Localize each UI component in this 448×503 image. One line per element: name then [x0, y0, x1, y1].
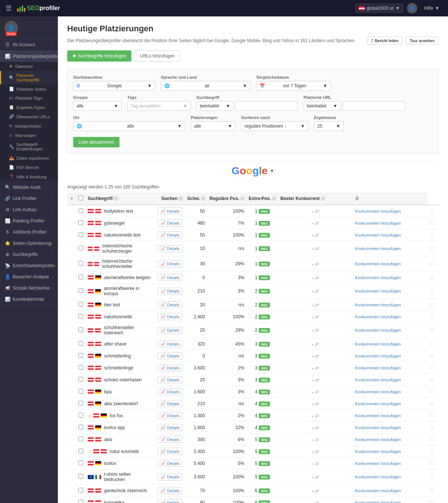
delete-icon[interactable]: ☐ — [430, 232, 434, 238]
row-checkbox[interactable] — [78, 246, 83, 250]
suchbegriff-input[interactable] — [235, 101, 298, 111]
delete-icon[interactable]: ☐ — [430, 474, 434, 479]
sidebar-item-ergebnis-typen[interactable]: 📋 Ergebnis-Typen — [0, 103, 58, 112]
sidebar-item-soziale-netzwerke[interactable]: 📢 Soziale Netzwerke › — [0, 282, 58, 294]
sprache-select[interactable]: 🌐 all ▼ — [161, 81, 251, 91]
sidebar-item-ubersicht[interactable]: 👁 Übersicht — [0, 62, 58, 71]
row-checkbox[interactable] — [78, 365, 83, 370]
sidebar-item-daten-exportieren[interactable]: 📤 Daten exportieren — [0, 153, 58, 163]
row-checkbox[interactable] — [78, 353, 83, 358]
row-checkbox[interactable] — [78, 474, 83, 479]
add-competitor-link[interactable]: Konkurrenten hinzufügen — [355, 328, 401, 332]
details-button[interactable]: 📈 Details — [158, 313, 183, 320]
add-competitor-link[interactable]: Konkurrenten hinzufügen — [355, 413, 401, 418]
row-checkbox[interactable] — [78, 377, 83, 382]
sidebar-item-gelegenheiten[interactable]: ✈ Gelegenheiten — [0, 121, 58, 131]
delete-icon[interactable]: ☐ — [430, 401, 434, 406]
add-competitor-link[interactable]: Konkurrenten hinzufügen — [355, 289, 401, 293]
sidebar-item-ranking-profiler[interactable]: 📈 Ranking Profiler › — [0, 215, 58, 226]
vergleichsdatum-select[interactable]: 📅 vor 7 Tagen ▼ — [256, 81, 331, 91]
delete-icon[interactable]: ☐ — [430, 302, 434, 307]
details-button[interactable]: 📈 Details — [158, 340, 183, 347]
delete-icon[interactable]: ☐ — [430, 246, 434, 251]
row-checkbox[interactable] — [78, 302, 83, 307]
user-avatar[interactable]: 👤 — [407, 3, 417, 13]
add-competitor-link[interactable]: Konkurrenten hinzufügen — [355, 221, 401, 225]
delete-icon[interactable]: ☐ — [430, 413, 434, 418]
sidebar-item-besucher-analyse[interactable]: 👤 Besucher-Analyse › — [0, 271, 58, 282]
add-competitor-link[interactable]: Konkurrenten hinzufügen — [355, 449, 401, 454]
add-competitor-link[interactable]: Konkurrenten hinzufügen — [355, 402, 401, 406]
details-button[interactable]: 📈 Details — [158, 388, 183, 395]
details-button[interactable]: 📈 Details — [158, 448, 183, 455]
sidebar-item-platzierte-suchbegriffe[interactable]: 🔍 Platzierte Suchbegriffe — [0, 71, 58, 84]
platzierungen-select[interactable]: alle ▼ — [191, 121, 236, 131]
sidebar-item-platzierungsuberprüfer[interactable]: 📊 Platzierungsüberprüfer ∨ — [0, 51, 58, 62]
help-button[interactable]: Hilfe ▼ — [421, 4, 442, 12]
delete-icon[interactable]: ☐ — [430, 389, 434, 394]
select-all-checkbox[interactable] — [78, 196, 83, 200]
sidebar-item-uberwachte-urls[interactable]: 🔗 Überwachte URLs — [0, 112, 58, 121]
details-button[interactable]: 📈 Details — [158, 327, 183, 334]
add-competitor-link[interactable]: Konkurrenten hinzufügen — [355, 461, 401, 466]
delete-icon[interactable]: ☐ — [430, 365, 434, 371]
update-list-button[interactable]: Liste aktualisieren — [73, 137, 119, 147]
sidebar-item-suchbegriff-empfehlungen[interactable]: 🔧 Suchbegriff-Empfehlungen — [0, 140, 58, 153]
google-dropdown[interactable]: ▼ — [270, 168, 274, 174]
details-button[interactable]: 📈 Details — [158, 352, 183, 359]
row-checkbox[interactable] — [78, 500, 83, 503]
hamburger-menu[interactable]: ☰ — [6, 4, 12, 12]
platzierte-url-input[interactable] — [342, 101, 405, 111]
sidebar-item-platzierte-seiten[interactable]: 📄 Platzierte Seiten — [0, 84, 58, 94]
row-checkbox[interactable] — [78, 401, 83, 406]
delete-icon[interactable]: ☐ — [430, 209, 434, 214]
details-button[interactable]: 📈 Details — [158, 474, 183, 481]
sidebar-item-adwords-profiler[interactable]: $ AdWords Profiler › — [0, 226, 58, 238]
sidebar-item-ihr-account[interactable]: ☰ Ihr Account › — [0, 39, 58, 50]
delete-icon[interactable]: ☐ — [430, 288, 434, 294]
details-button[interactable]: 📈 Details — [158, 436, 183, 443]
row-checkbox[interactable] — [78, 341, 83, 346]
details-button[interactable]: 📈 Details — [158, 219, 183, 226]
details-button[interactable]: 📈 Details — [158, 260, 183, 268]
th-delete[interactable]: 🗑 — [353, 193, 427, 205]
platzierte-url-filter-select[interactable]: beinhaltet ▼ — [304, 101, 341, 111]
row-checkbox[interactable] — [78, 220, 83, 225]
th-sort[interactable]: ▼ — [67, 193, 76, 205]
add-competitor-link[interactable]: Konkurrenten hinzufügen — [355, 209, 401, 213]
delete-icon[interactable]: ☐ — [430, 461, 434, 466]
add-competitor-link[interactable]: Konkurrenten hinzufügen — [355, 246, 401, 251]
row-checkbox[interactable] — [78, 288, 83, 293]
details-button[interactable]: 📈 Details — [158, 376, 183, 383]
row-checkbox[interactable] — [78, 413, 83, 418]
sidebar-item-kundenberichte[interactable]: 📊 Kundenberichte › — [0, 294, 58, 305]
add-competitor-link[interactable]: Konkurrenten hinzufügen — [355, 366, 401, 370]
add-urls-button[interactable]: URLs hinzufügen — [134, 50, 180, 62]
details-button[interactable]: 📈 Details — [158, 424, 183, 431]
add-competitor-link[interactable]: Konkurrenten hinzufügen — [355, 303, 401, 307]
sortieren-select[interactable]: reguläre Positionen ↓ ▼ — [241, 121, 308, 131]
delete-icon[interactable]: ☐ — [430, 377, 434, 382]
ergebnisse-select[interactable]: 25 ▼ — [314, 121, 344, 131]
row-checkbox[interactable] — [78, 314, 83, 319]
delete-icon[interactable]: ☐ — [430, 425, 434, 430]
delete-icon[interactable]: ☐ — [430, 353, 434, 359]
site-selector[interactable]: global2000.at ▼ — [355, 4, 403, 13]
row-checkbox[interactable] — [78, 275, 83, 279]
delete-icon[interactable]: ☐ — [430, 275, 434, 280]
share-report-button[interactable]: ⤴ Bericht teilen — [367, 37, 403, 45]
row-checkbox[interactable] — [78, 232, 83, 237]
add-competitor-link[interactable]: Konkurrenten hinzufügen — [355, 275, 401, 280]
sidebar-item-suchbegriffe[interactable]: ⊕ Suchbegriffe › — [0, 249, 58, 260]
ort-select[interactable]: 🌐 alle ▼ — [73, 121, 185, 131]
delete-icon[interactable]: ☐ — [430, 488, 434, 493]
delete-icon[interactable]: ☐ — [430, 261, 434, 266]
delete-icon[interactable]: ☐ — [430, 314, 434, 319]
details-button[interactable]: 📈 Details — [158, 460, 183, 467]
add-competitor-link[interactable]: Konkurrenten hinzufügen — [355, 354, 401, 358]
details-button[interactable]: 📈 Details — [158, 499, 183, 503]
add-competitor-link[interactable]: Konkurrenten hinzufügen — [355, 342, 401, 346]
sidebar-item-erreichbarkeitsprufer[interactable]: 📡 Erreichbarkeitsprüfer › — [0, 260, 58, 271]
th-checkbox[interactable] — [76, 193, 85, 205]
sidebar-item-hilfe-anleitung[interactable]: ❓ Hilfe & Anleitung — [0, 172, 58, 181]
